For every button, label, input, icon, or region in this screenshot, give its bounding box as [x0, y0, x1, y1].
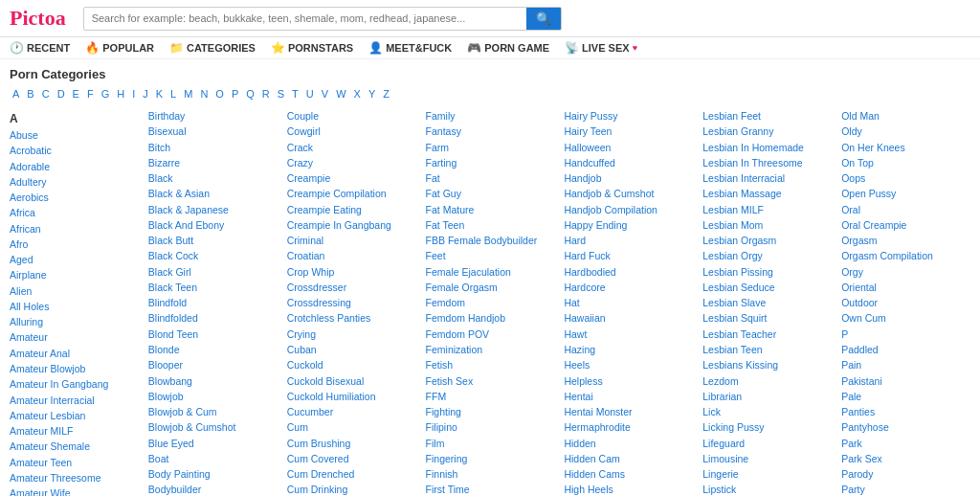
cat-link[interactable]: Cowgirl	[287, 124, 416, 139]
cat-link[interactable]: All Holes	[10, 299, 139, 314]
cat-link[interactable]: Creampie	[287, 170, 416, 186]
cat-link[interactable]: Halloween	[564, 140, 693, 155]
cat-link[interactable]: Lesbian MILF	[702, 202, 832, 217]
cat-link[interactable]: Lesbian In Homemade	[702, 140, 832, 155]
cat-link[interactable]: Orgasm	[841, 233, 970, 248]
cat-link[interactable]: Cum Covered	[287, 451, 416, 466]
cat-link[interactable]: Cum	[287, 419, 416, 435]
cat-link[interactable]: Crack	[287, 140, 416, 155]
alpha-link-O[interactable]: O	[212, 87, 227, 101]
cat-link[interactable]: Fat Teen	[426, 217, 555, 233]
cat-link[interactable]: Orgy	[841, 264, 970, 280]
cat-link[interactable]: Lick	[702, 404, 832, 419]
cat-link[interactable]: High Heels	[564, 482, 693, 496]
cat-link[interactable]: On Top	[841, 155, 970, 170]
cat-link[interactable]: Cuckold Humiliation	[287, 389, 416, 404]
cat-link[interactable]: Finnish	[426, 466, 555, 482]
cat-link[interactable]: Lesbian Granny	[702, 124, 832, 139]
cat-link[interactable]: Cuban	[287, 342, 416, 357]
cat-link[interactable]: Oral Creampie	[841, 217, 970, 233]
cat-link[interactable]: Blowjob & Cum	[148, 404, 278, 419]
cat-link[interactable]: Hidden Cam	[564, 451, 693, 466]
cat-link[interactable]: Crossdressing	[287, 295, 416, 310]
cat-link[interactable]: Black And Ebony	[148, 217, 278, 233]
cat-link[interactable]: Blonde	[148, 342, 278, 357]
cat-link[interactable]: Blue Eyed	[148, 436, 278, 451]
cat-link[interactable]: Black Cock	[148, 248, 278, 263]
cat-link[interactable]: Amateur Threesome	[10, 470, 139, 485]
cat-link[interactable]: Amateur Shemale	[10, 439, 139, 454]
cat-link[interactable]: Blowjob	[148, 389, 278, 404]
cat-link[interactable]: Fetish	[426, 357, 555, 372]
cat-link[interactable]: Cum Drinking	[287, 482, 416, 496]
cat-link[interactable]: Amateur Wife	[10, 485, 139, 496]
cat-link[interactable]: Blond Teen	[148, 327, 278, 342]
alpha-link-V[interactable]: V	[319, 87, 331, 101]
cat-link[interactable]: Amateur MILF	[10, 423, 139, 439]
nav-item-categories[interactable]: 📁CATEGORIES	[169, 41, 256, 55]
cat-link[interactable]: Oldy	[841, 124, 970, 139]
cat-link[interactable]: Adorable	[10, 159, 139, 174]
cat-link[interactable]: Hentai Monster	[564, 404, 693, 419]
alpha-link-F[interactable]: F	[84, 87, 97, 101]
cat-link[interactable]: Hat	[564, 295, 693, 310]
cat-link[interactable]: Licking Pussy	[702, 419, 832, 435]
cat-link[interactable]: Hawt	[564, 327, 693, 342]
nav-item-porngame[interactable]: 🎮PORN GAME	[467, 41, 549, 55]
cat-link[interactable]: Cuckold	[287, 357, 416, 372]
cat-link[interactable]: Amateur Blowjob	[10, 361, 139, 376]
cat-link[interactable]: Croatian	[287, 248, 416, 263]
cat-link[interactable]: Hairy Pussy	[564, 108, 693, 124]
cat-link[interactable]: Hazing	[564, 342, 693, 357]
cat-link[interactable]: Cucumber	[287, 404, 416, 419]
alpha-link-B[interactable]: B	[24, 87, 36, 101]
alpha-link-Y[interactable]: Y	[366, 87, 378, 101]
cat-link[interactable]: Pain	[841, 357, 970, 372]
alpha-link-E[interactable]: E	[70, 87, 82, 101]
alpha-link-I[interactable]: I	[129, 87, 138, 101]
cat-link[interactable]: Hard	[564, 233, 693, 248]
cat-link[interactable]: Amateur	[10, 329, 139, 345]
cat-link[interactable]: Black Girl	[148, 264, 278, 280]
cat-link[interactable]: Abuse	[10, 127, 139, 143]
cat-link[interactable]: Amateur Teen	[10, 455, 139, 470]
cat-link[interactable]: Pantyhose	[841, 419, 970, 435]
cat-link[interactable]: Feet	[426, 248, 555, 263]
cat-link[interactable]: Creampie In Gangbang	[287, 217, 416, 233]
cat-link[interactable]: Lesbians Kissing	[702, 357, 832, 372]
cat-link[interactable]: Fingering	[426, 451, 555, 466]
cat-link[interactable]: Lesbian Massage	[702, 186, 832, 201]
cat-link[interactable]: Farting	[426, 155, 555, 170]
cat-link[interactable]: Female Orgasm	[426, 280, 555, 295]
cat-link[interactable]: Hardcore	[564, 280, 693, 295]
cat-link[interactable]: Lesbian Mom	[702, 217, 832, 233]
cat-link[interactable]: Adultery	[10, 174, 139, 190]
cat-link[interactable]: Lesbian In Threesome	[702, 155, 832, 170]
cat-link[interactable]: Blowjob & Cumshot	[148, 419, 278, 435]
cat-link[interactable]: Creampie Compilation	[287, 186, 416, 201]
cat-link[interactable]: Alluring	[10, 314, 139, 329]
nav-item-pornstars[interactable]: ⭐PORNSTARS	[271, 41, 353, 55]
cat-link[interactable]: Birthday	[148, 108, 278, 124]
cat-link[interactable]: Afro	[10, 237, 139, 252]
alpha-link-T[interactable]: T	[289, 87, 301, 101]
cat-link[interactable]: Fat Guy	[426, 186, 555, 201]
cat-link[interactable]: Crossdresser	[287, 280, 416, 295]
cat-link[interactable]: Black	[148, 170, 278, 186]
cat-link[interactable]: Feminization	[426, 342, 555, 357]
cat-link[interactable]: Amateur Anal	[10, 346, 139, 361]
alpha-link-J[interactable]: J	[140, 87, 151, 101]
cat-link[interactable]: Blooper	[148, 357, 278, 372]
cat-link[interactable]: FFM	[426, 389, 555, 404]
cat-link[interactable]: Hidden Cams	[564, 466, 693, 482]
alpha-link-K[interactable]: K	[153, 87, 166, 101]
cat-link[interactable]: Femdom	[426, 295, 555, 310]
cat-link[interactable]: Lesbian Teen	[702, 342, 832, 357]
cat-link[interactable]: Heels	[564, 357, 693, 372]
alpha-link-G[interactable]: G	[99, 87, 113, 101]
cat-link[interactable]: Handcuffed	[564, 155, 693, 170]
cat-link[interactable]: Cuckold Bisexual	[287, 373, 416, 389]
cat-link[interactable]: Acrobatic	[10, 143, 139, 158]
cat-link[interactable]: Bisexual	[148, 124, 278, 139]
cat-link[interactable]: Pakistani	[841, 373, 970, 389]
